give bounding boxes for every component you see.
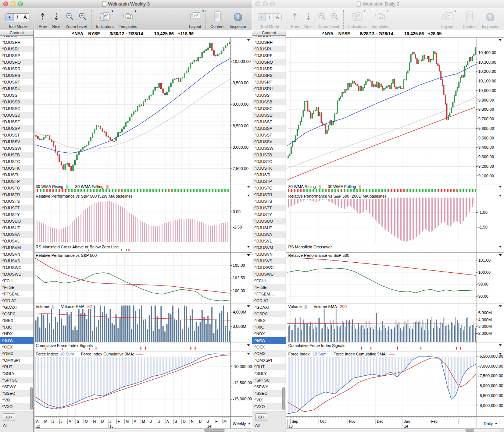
sidebar-item[interactable]: ^SGLY (252, 370, 286, 377)
indicators-button[interactable]: ▾ Indicators (348, 9, 366, 29)
zoom-in-icon[interactable] (78, 12, 87, 22)
sidebar-item[interactable]: ^OEX (0, 344, 33, 350)
sidebar-item[interactable]: ^GDAXI (252, 304, 286, 311)
sidebar-item[interactable]: ^OMXSPI (252, 357, 286, 364)
sidebar-item[interactable]: ^DJUSST (0, 132, 33, 138)
sidebar-item[interactable]: ^OMXSPI (0, 357, 33, 364)
sidebar-item[interactable]: ^DJUSS (0, 92, 33, 99)
sidebar-item[interactable]: ^DJUSRT (0, 79, 33, 85)
sidebar-item[interactable]: ^DJUSSD (252, 112, 286, 118)
sidebar-item[interactable]: ^DJUSTR (0, 191, 33, 198)
sidebar-item[interactable]: ^DJUSTY (252, 211, 286, 218)
sidebar-item[interactable]: ^FCHI (0, 277, 33, 284)
sidebar-item[interactable]: ^OMX (252, 350, 286, 357)
sidebar-item[interactable]: ^IBEX (252, 317, 286, 324)
minimize-button[interactable] (263, 1, 268, 6)
sidebar-item[interactable]: ^DJUSRS (0, 72, 33, 79)
scrollbar-thumb[interactable] (282, 387, 285, 410)
periodicity-select[interactable]: Daily▾ (476, 419, 504, 428)
zoom-level-control[interactable]: Zoom Level (65, 9, 87, 29)
sidebar-item[interactable]: ^DJUSTL (252, 171, 286, 178)
sidebar-item[interactable]: ^SGLY (0, 370, 33, 377)
sidebar-item[interactable]: ^VXO (252, 403, 286, 410)
sidebar-item[interactable]: ^DJUSUT (0, 224, 33, 231)
sidebar-item[interactable]: ^DJUSVM (0, 244, 33, 251)
sidebar-item[interactable]: ^RUT (252, 364, 286, 370)
sidebar-item[interactable]: ^DJUSTL (0, 171, 33, 178)
sidebar-item[interactable]: ^GDAXI (0, 304, 33, 311)
sidebar-item[interactable]: ^DJUSTK (252, 165, 286, 171)
sidebar-item[interactable]: ^DJUSUO (252, 218, 286, 224)
resize-grip[interactable] (500, 428, 504, 432)
horizontal-scrollbar[interactable] (286, 428, 504, 432)
zoom-out-icon[interactable] (65, 12, 74, 22)
sidebar-item[interactable]: ^DJUSSC (0, 105, 33, 112)
templates-button[interactable]: ▾ Templates (119, 9, 137, 29)
sidebar-item[interactable]: ^DJUSUT (252, 224, 286, 231)
scrollbar-thumb[interactable] (465, 429, 474, 432)
zoom-out-icon[interactable] (318, 12, 326, 22)
inspector-button[interactable]: i Inspector (482, 9, 498, 29)
sidebar-item[interactable]: ^DJUSSV (252, 138, 286, 145)
sidebar-item[interactable]: ^DJUSWC (0, 264, 33, 271)
titlebar[interactable]: Weinstein Weekly 3 (0, 0, 252, 8)
sidebar-item[interactable]: ^FTSEM… (0, 291, 33, 297)
sidebar-item[interactable]: ^DJUSS (252, 92, 286, 99)
sidebar-item[interactable]: ^FTSE (252, 284, 286, 291)
horizontal-scrollbar[interactable] (34, 428, 252, 432)
sidebar-item[interactable]: ^GSPC (0, 311, 33, 317)
sidebar-item[interactable]: ^DJUSST (252, 132, 286, 138)
sidebar-item[interactable]: ^DJUSWU (0, 271, 33, 277)
sidebar-item[interactable]: ^GD.AT (0, 297, 33, 304)
sidebar-item[interactable]: ^SPTSC (252, 377, 286, 383)
sidebar-item[interactable]: ^DJUSRU (252, 85, 286, 92)
indicators-button[interactable]: ▾ Indicators (96, 9, 114, 29)
sidebar-item[interactable]: ^DJUSTT (0, 205, 33, 211)
sidebar-item[interactable]: ^DJUSUO (0, 218, 33, 224)
zoom-in-icon[interactable] (330, 12, 339, 22)
sidebar-item[interactable]: ^IBEX (0, 317, 33, 324)
content-button[interactable]: Content (462, 9, 477, 29)
sidebar-item[interactable]: ^DJUSRE (0, 36, 33, 39)
move-tool-button[interactable]: + (6, 14, 14, 21)
layout-button[interactable]: ▾ Layout (189, 9, 201, 29)
sidebar-item[interactable]: ^DJUSSB (0, 99, 33, 105)
sidebar-item[interactable]: ^DJUSTR (252, 191, 286, 198)
zoom-window-button[interactable] (270, 1, 275, 6)
sidebar-item[interactable]: ^NYA (252, 337, 286, 344)
sidebar-item[interactable]: ^DJUSRI (252, 46, 286, 52)
sidebar-item[interactable]: ^DJUSSP (252, 125, 286, 132)
sidebar-item[interactable]: ^OEX (252, 344, 286, 350)
sidebar-item[interactable]: ^SSEC (252, 390, 286, 397)
inspector-button[interactable]: i Inspector (230, 9, 246, 29)
sidebar-item[interactable]: ^DJUSTB (252, 152, 286, 158)
sidebar-item[interactable]: ^DJUSVM (252, 244, 286, 251)
sidebar-item[interactable]: ^DJUSRR (252, 65, 286, 72)
scrollbar-thumb[interactable] (204, 429, 225, 432)
sidebar-item[interactable]: ^GSPC (252, 311, 286, 317)
sidebar-item[interactable]: ^DJUSTC (252, 158, 286, 165)
sidebar-item[interactable]: ^SPWY (252, 383, 286, 390)
next-button[interactable]: Next (52, 9, 61, 29)
sidebar-item[interactable]: ^DJUSRH (0, 39, 33, 46)
minimize-button[interactable] (11, 1, 15, 6)
sidebar-item[interactable]: ^FTSE (0, 284, 33, 291)
close-button[interactable] (255, 1, 260, 6)
sidebar-item[interactable]: ^SPWY (0, 383, 33, 390)
sidebar-item[interactable]: ^DJUSTP (0, 178, 33, 185)
sidebar-item[interactable]: ^DJUSVN (252, 251, 286, 258)
sidebar-item[interactable]: ^DJUSRT (252, 79, 286, 85)
sidebar-item[interactable]: ^SPTSC (0, 377, 33, 383)
sidebar-item[interactable]: ^DJUSVS (0, 258, 33, 264)
zoom-level-control[interactable]: Zoom Level (318, 9, 339, 29)
sidebar-item[interactable]: ^DJUSTK (0, 165, 33, 171)
scrollbar-thumb[interactable] (30, 387, 33, 410)
sidebar-item[interactable]: ^IXIC (0, 324, 33, 330)
move-tool-button[interactable]: + (258, 14, 266, 21)
sidebar-item[interactable]: ^OMX (0, 350, 33, 357)
sidebar-item[interactable]: ^DJUSRQ (0, 59, 33, 65)
sidebar-item[interactable]: ^DJUSSP (0, 125, 33, 132)
sidebar-item[interactable]: ^DJUSSF (252, 118, 286, 125)
text-tool-button[interactable]: A (21, 14, 29, 21)
sidebar-item[interactable]: ^DJUSVA (252, 231, 286, 238)
